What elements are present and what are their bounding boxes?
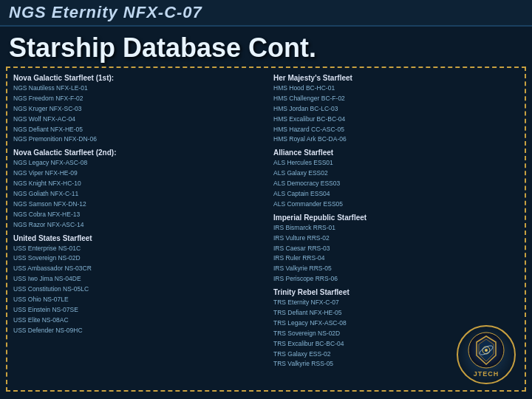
jtech-badge: JTECH bbox=[457, 325, 516, 384]
list-item: HMS Challenger BC-F-02 bbox=[273, 95, 519, 103]
right-group2-heading: Alliance Starfleet bbox=[273, 149, 519, 157]
list-item: IRS Valkyrie RRS-05 bbox=[273, 265, 519, 273]
list-item: USS Enterprise NS-01C bbox=[13, 245, 259, 253]
main-area: Starship Database Cont. Nova Galactic St… bbox=[0, 27, 532, 398]
list-item: IRS Caesar RRS-03 bbox=[273, 245, 519, 253]
list-item: NGS Legacy NFX-ASC-08 bbox=[13, 159, 259, 168]
list-item: USS Ohio NS-07LE bbox=[13, 296, 259, 304]
top-header: NGS Eternity NFX-C-07 bbox=[0, 0, 532, 27]
list-item: NGS Kruger NFX-SC-03 bbox=[13, 105, 259, 114]
list-item: IRS Vulture RRS-02 bbox=[273, 234, 519, 243]
list-item: NGS Cobra NFX-HE-13 bbox=[13, 211, 259, 219]
content-wrapper: Nova Galactic Starfleet (1st): NGS Nauti… bbox=[0, 66, 532, 398]
list-item: IRS Bismarck RRS-01 bbox=[273, 224, 519, 233]
list-item: NGS Freedom NFX-F-02 bbox=[13, 95, 259, 103]
list-item: NGS Wolf NFX-AC-04 bbox=[13, 115, 259, 124]
list-item: HMS Hazard CC-ASC-05 bbox=[273, 126, 519, 134]
list-item: ALS Captain ESS04 bbox=[273, 190, 519, 199]
starfleet-emblem-icon bbox=[468, 332, 505, 369]
jtech-label: JTECH bbox=[474, 370, 499, 378]
list-item: NGS Defiant NFX-HE-05 bbox=[13, 126, 259, 134]
lists-container: Nova Galactic Starfleet (1st): NGS Nauti… bbox=[0, 66, 532, 398]
right-group4-heading: Trinity Rebel Starfleet bbox=[273, 288, 519, 296]
list-item: ALS Democracy ESS03 bbox=[273, 180, 519, 188]
list-item: HMS Jordan BC-LC-03 bbox=[273, 105, 519, 114]
list-item: NGS Knight NFX-HC-10 bbox=[13, 180, 259, 188]
list-item: HMS Excalibur BC-BC-04 bbox=[273, 115, 519, 124]
list-item: USS Iwo Jima NS-04DE bbox=[13, 275, 259, 284]
list-item: TRS Defiant NFX-HE-05 bbox=[273, 309, 519, 318]
list-item: USS Constitution NS-05LC bbox=[13, 285, 259, 294]
list-item: NGS Viper NFX-HE-09 bbox=[13, 169, 259, 178]
left-group3-heading: United States Starfleet bbox=[13, 234, 259, 242]
list-item: NGS Nautiless NFX-LE-01 bbox=[13, 84, 259, 93]
svg-point-4 bbox=[485, 349, 488, 352]
list-item: ALS Galaxy ESS02 bbox=[273, 169, 519, 178]
section-title: Starship Database Cont. bbox=[0, 27, 532, 66]
list-item: NGS Goliath NFX-C-11 bbox=[13, 190, 259, 199]
list-item: USS Ambassador NS-03CR bbox=[13, 265, 259, 273]
list-item: USS Einstein NS-07SE bbox=[13, 306, 259, 315]
list-item: IRS Ruler RRS-04 bbox=[273, 254, 519, 263]
list-item: IRS Periscope RRS-06 bbox=[273, 275, 519, 284]
list-item: ALS Commander ESS05 bbox=[273, 200, 519, 209]
list-item: TRS Eternity NFX-C-07 bbox=[273, 299, 519, 307]
list-item: USS Elite NS-08AC bbox=[13, 316, 259, 325]
left-column: Nova Galactic Starfleet (1st): NGS Nauti… bbox=[13, 71, 259, 393]
left-group2-heading: Nova Galactic Starfleet (2nd): bbox=[13, 149, 259, 157]
right-group3-heading: Imperial Republic Starfleet bbox=[273, 214, 519, 222]
list-item: HMS Royal Ark BC-DA-06 bbox=[273, 135, 519, 144]
left-group1-heading: Nova Galactic Starfleet (1st): bbox=[13, 74, 259, 82]
right-group1-heading: Her Majesty's Starfleet bbox=[273, 74, 519, 82]
list-item: NGS Samson NFX-DN-12 bbox=[13, 200, 259, 209]
list-item: USS Defender NS-09HC bbox=[13, 327, 259, 335]
list-item: USS Sovereign NS-02D bbox=[13, 254, 259, 263]
list-item: NGS Razor NFX-ASC-14 bbox=[13, 221, 259, 230]
list-item: HMS Hood BC-HC-01 bbox=[273, 84, 519, 93]
list-item: ALS Hercules ESS01 bbox=[273, 159, 519, 168]
list-item: NGS Premonition NFX-DN-06 bbox=[13, 135, 259, 144]
header-title: NGS Eternity NFX-C-07 bbox=[9, 3, 523, 22]
